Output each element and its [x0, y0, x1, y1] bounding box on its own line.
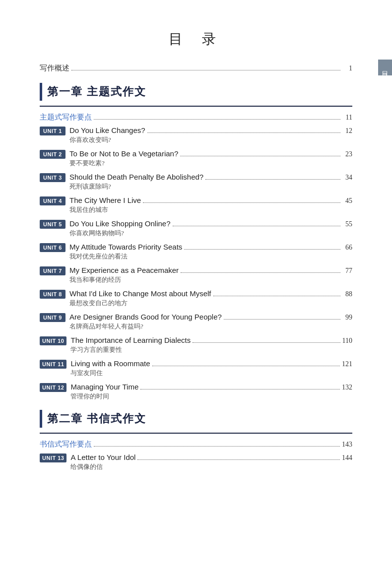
unit-content-1-6: My Attitude Towards Priority Seats 66我对优… [69, 243, 352, 261]
unit-dots [224, 319, 340, 320]
unit-dots [147, 132, 340, 133]
unit-dots [173, 226, 341, 226]
unit-zh-subtitle: 与室友同住 [70, 369, 352, 378]
unit-badge-1-6: UNIT 6 [40, 243, 65, 252]
section-dots [94, 119, 340, 120]
unit-row: UNIT 6My Attitude Towards Priority Seats… [40, 243, 352, 261]
unit-page: 12 [342, 127, 352, 135]
unit-row: UNIT 11Living with a Roommate 121与室友同住 [40, 359, 352, 378]
unit-dots [205, 179, 340, 180]
intro-dots [71, 70, 340, 70]
unit-content-1-8: What I'd Like to Change Most about Mysel… [69, 289, 352, 308]
unit-en-title: Do You Like Shopping Online? [69, 219, 171, 228]
unit-badge-1-8: UNIT 8 [40, 290, 65, 299]
unit-title-line: Do You Like Shopping Online? 55 [69, 219, 352, 228]
unit-page: 66 [342, 244, 352, 252]
chapter-title-2: 第二章 书信式作文 [47, 411, 146, 426]
unit-title-line: What I'd Like to Change Most about Mysel… [69, 289, 352, 298]
unit-zh-subtitle: 给偶像的信 [70, 462, 352, 471]
unit-dots [213, 296, 340, 296]
unit-dots [184, 249, 340, 250]
unit-page: 55 [342, 220, 352, 228]
unit-content-1-1: Do You Like Changes? 12你喜欢改变吗? [69, 126, 352, 144]
section-label: 书信式写作要点 [40, 440, 92, 449]
unit-zh-subtitle: 你喜欢改变吗? [69, 135, 352, 144]
unit-title-line: Are Designer Brands Good for Young Peopl… [69, 313, 352, 322]
unit-dots [143, 202, 340, 203]
unit-content-1-2: To Be or Not to Be a Vegetarian? 23要不要吃素… [69, 149, 352, 168]
intro-line: 写作概述 1 [40, 64, 352, 73]
unit-en-title: The City Where I Live [69, 196, 141, 204]
side-tab: 目录 [378, 60, 392, 75]
unit-badge-1-3: UNIT 3 [40, 173, 65, 182]
chapter-underline [40, 433, 352, 434]
unit-dots [140, 389, 340, 389]
unit-badge-1-11: UNIT 11 [40, 360, 66, 369]
unit-content-1-11: Living with a Roommate 121与室友同住 [70, 359, 352, 378]
unit-en-title: Living with a Roommate [70, 359, 150, 368]
unit-badge-1-9: UNIT 9 [40, 313, 65, 322]
section-page: 11 [342, 114, 352, 122]
unit-en-title: My Attitude Towards Priority Seats [69, 243, 182, 251]
unit-title-line: Do You Like Changes? 12 [69, 126, 352, 135]
unit-badge-1-10: UNIT 10 [40, 336, 66, 345]
unit-dots [181, 272, 340, 273]
unit-dots [152, 366, 340, 366]
unit-title-line: My Experience as a Peacemaker 77 [69, 266, 352, 275]
unit-content-1-5: Do You Like Shopping Online? 55你喜欢网络购物吗? [69, 219, 352, 238]
intro-label: 写作概述 [40, 64, 69, 73]
unit-row: UNIT 3Should the Death Penalty Be Abolis… [40, 173, 352, 191]
chapter-heading-2: 第二章 书信式作文 [40, 410, 352, 428]
unit-row: UNIT 13A Letter to Your Idol 144给偶像的信 [40, 453, 352, 471]
unit-content-2-1: A Letter to Your Idol 144给偶像的信 [70, 453, 352, 471]
unit-zh-subtitle: 最想改变自己的地方 [69, 299, 352, 308]
unit-page: 88 [342, 290, 352, 298]
chapter-bar [40, 83, 42, 101]
unit-en-title: Are Designer Brands Good for Young Peopl… [69, 313, 222, 321]
unit-content-1-7: My Experience as a Peacemaker 77我当和事佬的经历 [69, 266, 352, 284]
unit-page: 121 [342, 360, 352, 368]
unit-title-line: A Letter to Your Idol 144 [70, 453, 352, 462]
unit-content-1-4: The City Where I Live 45我居住的城市 [69, 196, 352, 214]
page-container: 目录 目 录 写作概述 1 第一章 主题式作文主题式写作要点11UNIT 1Do… [0, 0, 392, 583]
unit-en-title: My Experience as a Peacemaker [69, 266, 179, 274]
section-label: 主题式写作要点 [40, 113, 92, 122]
unit-row: UNIT 4The City Where I Live 45我居住的城市 [40, 196, 352, 214]
unit-row: UNIT 8What I'd Like to Change Most about… [40, 289, 352, 308]
chapter-bar [40, 410, 42, 428]
unit-row: UNIT 10The Importance of Learning Dialec… [40, 336, 352, 354]
unit-title-line: The City Where I Live 45 [69, 196, 352, 205]
chapter-heading-1: 第一章 主题式作文 [40, 83, 352, 101]
unit-zh-subtitle: 我对优先座位的看法 [69, 252, 352, 261]
unit-title-line: To Be or Not to Be a Vegetarian? 23 [69, 149, 352, 158]
unit-en-title: Managing Your Time [70, 383, 138, 391]
unit-dots [180, 156, 340, 156]
unit-en-title: Do You Like Changes? [69, 126, 145, 134]
unit-content-1-9: Are Designer Brands Good for Young Peopl… [69, 313, 352, 331]
unit-badge-1-7: UNIT 7 [40, 266, 65, 275]
unit-page: 45 [342, 197, 352, 205]
unit-dots [193, 342, 340, 343]
section-dots [94, 446, 340, 447]
intro-page: 1 [342, 65, 352, 72]
unit-badge-1-2: UNIT 2 [40, 150, 65, 159]
unit-row: UNIT 2To Be or Not to Be a Vegetarian? 2… [40, 149, 352, 168]
unit-en-title: What I'd Like to Change Most about Mysel… [69, 289, 211, 298]
unit-zh-subtitle: 管理你的时间 [70, 392, 352, 401]
unit-row: UNIT 9Are Designer Brands Good for Young… [40, 313, 352, 331]
unit-en-title: To Be or Not to Be a Vegetarian? [69, 149, 178, 158]
unit-row: UNIT 12Managing Your Time 132管理你的时间 [40, 383, 352, 401]
chapter-underline [40, 106, 352, 107]
chapter-title-1: 第一章 主题式作文 [47, 84, 146, 99]
unit-page: 99 [342, 314, 352, 322]
unit-row: UNIT 5Do You Like Shopping Online? 55你喜欢… [40, 219, 352, 238]
unit-row: UNIT 7My Experience as a Peacemaker 77我当… [40, 266, 352, 284]
unit-page: 34 [342, 174, 352, 182]
unit-badge-1-4: UNIT 4 [40, 196, 65, 205]
unit-page: 132 [342, 384, 352, 391]
unit-title-line: The Importance of Learning Dialects 110 [70, 336, 352, 345]
unit-en-title: A Letter to Your Idol [70, 453, 135, 461]
unit-en-title: Should the Death Penalty Be Abolished? [69, 173, 203, 181]
unit-zh-subtitle: 我居住的城市 [69, 205, 352, 214]
section-page: 143 [342, 441, 352, 449]
